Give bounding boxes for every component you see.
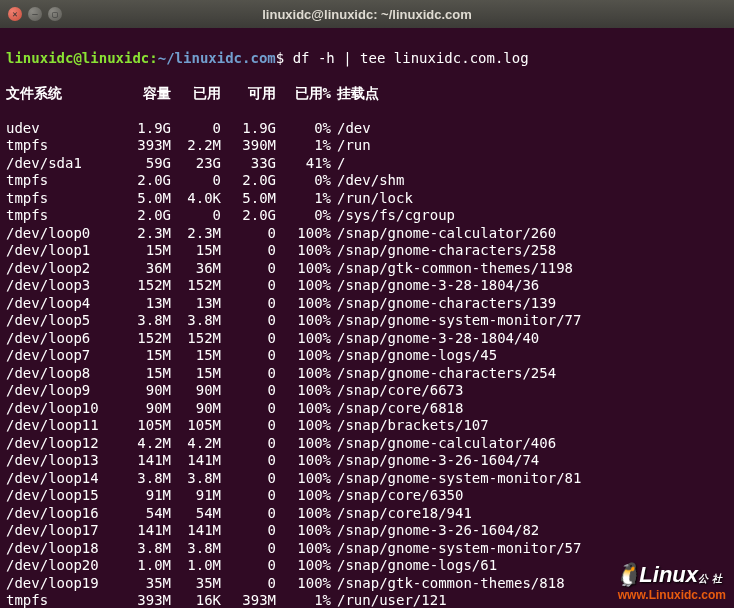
minimize-button[interactable]: – bbox=[28, 7, 42, 21]
cell-used: 23G bbox=[171, 155, 221, 173]
cell-mount: /run/lock bbox=[331, 190, 413, 208]
cell-pct: 100% bbox=[276, 330, 331, 348]
cell-pct: 100% bbox=[276, 575, 331, 593]
cell-pct: 100% bbox=[276, 295, 331, 313]
prompt-line: linuxidc@linuxidc:~/linuxidc.com$ df -h … bbox=[6, 50, 728, 68]
cell-avail: 0 bbox=[221, 260, 276, 278]
cell-pct: 1% bbox=[276, 137, 331, 155]
cell-avail: 0 bbox=[221, 242, 276, 260]
cell-size: 4.2M bbox=[111, 435, 171, 453]
cell-filesystem: /dev/loop17 bbox=[6, 522, 111, 540]
cell-avail: 5.0M bbox=[221, 190, 276, 208]
cell-used: 1.0M bbox=[171, 557, 221, 575]
cell-mount: /snap/gnome-calculator/406 bbox=[331, 435, 556, 453]
cell-used: 91M bbox=[171, 487, 221, 505]
cell-avail: 390M bbox=[221, 137, 276, 155]
df-row: /dev/loop1090M90M0100%/snap/core/6818 bbox=[6, 400, 728, 418]
cell-size: 141M bbox=[111, 522, 171, 540]
hdr-mount: 挂载点 bbox=[331, 85, 379, 103]
cell-size: 141M bbox=[111, 452, 171, 470]
cell-pct: 100% bbox=[276, 557, 331, 575]
df-row: /dev/loop1654M54M0100%/snap/core18/941 bbox=[6, 505, 728, 523]
cell-pct: 100% bbox=[276, 470, 331, 488]
df-row: /dev/loop115M15M0100%/snap/gnome-charact… bbox=[6, 242, 728, 260]
hdr-use-pct: 已用% bbox=[276, 85, 331, 103]
cell-avail: 0 bbox=[221, 347, 276, 365]
cell-size: 35M bbox=[111, 575, 171, 593]
df-row: /dev/loop11105M105M0100%/snap/brackets/1… bbox=[6, 417, 728, 435]
cell-filesystem: tmpfs bbox=[6, 190, 111, 208]
cell-filesystem: /dev/sda1 bbox=[6, 155, 111, 173]
cell-used: 15M bbox=[171, 365, 221, 383]
cell-pct: 100% bbox=[276, 365, 331, 383]
cell-mount: /sys/fs/cgroup bbox=[331, 207, 455, 225]
cell-mount: /snap/gtk-common-themes/1198 bbox=[331, 260, 573, 278]
cell-pct: 100% bbox=[276, 452, 331, 470]
df-row: /dev/loop183.8M3.8M0100%/snap/gnome-syst… bbox=[6, 540, 728, 558]
cell-size: 2.3M bbox=[111, 225, 171, 243]
cell-avail: 0 bbox=[221, 225, 276, 243]
cell-pct: 0% bbox=[276, 172, 331, 190]
df-row: /dev/loop3152M152M0100%/snap/gnome-3-28-… bbox=[6, 277, 728, 295]
cell-filesystem: /dev/loop4 bbox=[6, 295, 111, 313]
cell-avail: 0 bbox=[221, 365, 276, 383]
cell-filesystem: tmpfs bbox=[6, 172, 111, 190]
cell-avail: 0 bbox=[221, 557, 276, 575]
watermark-url: www.Linuxidc.com bbox=[614, 588, 726, 602]
cell-used: 3.8M bbox=[171, 470, 221, 488]
cell-pct: 100% bbox=[276, 487, 331, 505]
cell-pct: 0% bbox=[276, 207, 331, 225]
maximize-button[interactable]: ▢ bbox=[48, 7, 62, 21]
cell-size: 5.0M bbox=[111, 190, 171, 208]
cell-mount: /snap/core18/941 bbox=[331, 505, 472, 523]
cell-size: 90M bbox=[111, 382, 171, 400]
cell-used: 4.2M bbox=[171, 435, 221, 453]
df-row: /dev/loop6152M152M0100%/snap/gnome-3-28-… bbox=[6, 330, 728, 348]
cell-mount: /run bbox=[331, 137, 371, 155]
cell-used: 3.8M bbox=[171, 540, 221, 558]
df-row: /dev/loop13141M141M0100%/snap/gnome-3-26… bbox=[6, 452, 728, 470]
cell-filesystem: /dev/loop18 bbox=[6, 540, 111, 558]
cell-pct: 100% bbox=[276, 400, 331, 418]
df-row: tmpfs2.0G02.0G0%/sys/fs/cgroup bbox=[6, 207, 728, 225]
cell-size: 15M bbox=[111, 365, 171, 383]
cell-filesystem: /dev/loop13 bbox=[6, 452, 111, 470]
df-row: /dev/loop17141M141M0100%/snap/gnome-3-26… bbox=[6, 522, 728, 540]
cell-mount: /snap/core/6350 bbox=[331, 487, 463, 505]
cell-mount: /snap/gnome-characters/258 bbox=[331, 242, 556, 260]
cell-mount: /snap/core/6818 bbox=[331, 400, 463, 418]
cell-mount: / bbox=[331, 155, 345, 173]
cell-pct: 1% bbox=[276, 592, 331, 608]
cell-avail: 0 bbox=[221, 295, 276, 313]
cell-avail: 0 bbox=[221, 452, 276, 470]
cell-filesystem: /dev/loop7 bbox=[6, 347, 111, 365]
terminal-body[interactable]: linuxidc@linuxidc:~/linuxidc.com$ df -h … bbox=[0, 28, 734, 608]
cell-filesystem: tmpfs bbox=[6, 207, 111, 225]
cell-used: 141M bbox=[171, 522, 221, 540]
cell-pct: 0% bbox=[276, 120, 331, 138]
df-row: tmpfs393M2.2M390M1%/run bbox=[6, 137, 728, 155]
cell-avail: 0 bbox=[221, 505, 276, 523]
cell-avail: 0 bbox=[221, 312, 276, 330]
cell-filesystem: tmpfs bbox=[6, 137, 111, 155]
cell-pct: 100% bbox=[276, 540, 331, 558]
watermark-cn: 公社 bbox=[698, 573, 726, 584]
cell-pct: 100% bbox=[276, 382, 331, 400]
cell-used: 141M bbox=[171, 452, 221, 470]
cell-pct: 1% bbox=[276, 190, 331, 208]
cell-avail: 33G bbox=[221, 155, 276, 173]
cell-pct: 100% bbox=[276, 225, 331, 243]
cell-size: 152M bbox=[111, 277, 171, 295]
cell-mount: /run/user/121 bbox=[331, 592, 447, 608]
cell-mount: /snap/gnome-system-monitor/77 bbox=[331, 312, 581, 330]
window-controls: ✕ – ▢ bbox=[8, 7, 62, 21]
cell-filesystem: /dev/loop8 bbox=[6, 365, 111, 383]
cell-filesystem: /dev/loop14 bbox=[6, 470, 111, 488]
cell-size: 91M bbox=[111, 487, 171, 505]
cell-mount: /snap/gnome-3-26-1604/74 bbox=[331, 452, 539, 470]
close-button[interactable]: ✕ bbox=[8, 7, 22, 21]
df-row: /dev/loop815M15M0100%/snap/gnome-charact… bbox=[6, 365, 728, 383]
cell-mount: /snap/gnome-3-26-1604/82 bbox=[331, 522, 539, 540]
window-title: linuxidc@linuxidc: ~/linuxidc.com bbox=[262, 7, 472, 22]
cell-used: 4.0K bbox=[171, 190, 221, 208]
